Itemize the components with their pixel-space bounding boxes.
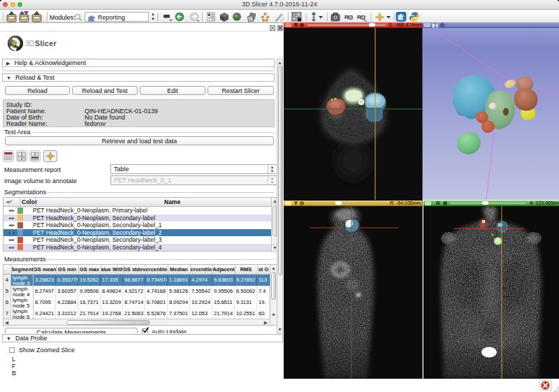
svg-text:R: R (344, 14, 349, 20)
svg-text:R: R (357, 14, 361, 20)
svg-text:3D: 3D (25, 39, 35, 48)
svg-text:Slicer: Slicer (35, 39, 57, 48)
